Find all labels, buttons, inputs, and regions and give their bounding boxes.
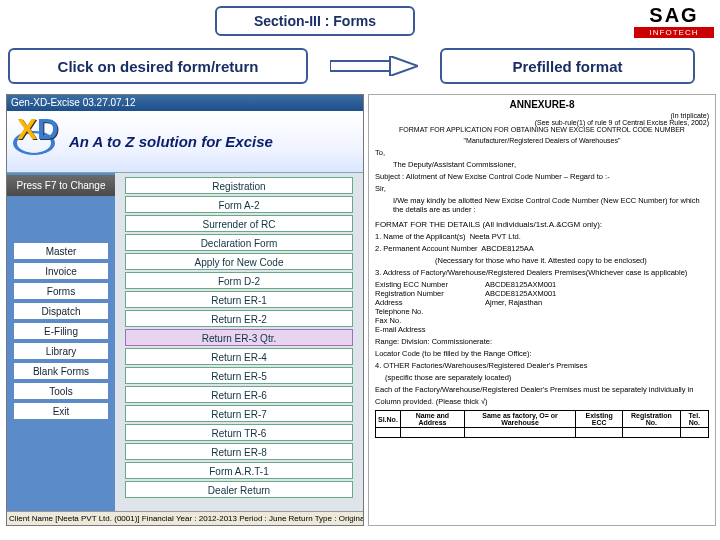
sidebar-item-master[interactable]: Master [13, 242, 109, 260]
form-item[interactable]: Form A-2 [125, 196, 353, 213]
doc-body1: I/We may kindly be allotted New Excise C… [375, 196, 709, 214]
doc-title: ANNEXURE-8 [375, 99, 709, 110]
doc-kv-row: Existing ECC NumberABCDE8125AXM001 [375, 280, 709, 289]
left-sidebar: Press F7 to Change MasterInvoiceFormsDis… [7, 173, 115, 511]
doc-val2: ABCDE8125AA [481, 244, 534, 253]
table-header: Tel. No. [680, 411, 708, 428]
sidebar-item-e-filing[interactable]: E-Filing [13, 322, 109, 340]
table-header: Name and Address [400, 411, 464, 428]
form-item[interactable]: Return ER-6 [125, 386, 353, 403]
form-item[interactable]: Return ER-3 Qtr. [125, 329, 353, 346]
section-title: Section-III : Forms [215, 6, 415, 36]
form-item[interactable]: Return TR-6 [125, 424, 353, 441]
table-header: Same as factory, O= or Warehouse [464, 411, 575, 428]
doc-line1: 1. Name of the Applicant(s) [375, 232, 465, 241]
doc-val1: Neeta PVT Ltd. [470, 232, 521, 241]
form-item[interactable]: Surrender of RC [125, 215, 353, 232]
app-banner: XD An A to Z solution for Excise [7, 111, 363, 173]
table-header: Registration No. [623, 411, 681, 428]
form-item[interactable]: Return ER-7 [125, 405, 353, 422]
status-bar: Client Name [Neeta PVT Ltd. (0001)] Fina… [7, 511, 363, 525]
brand-main: SAG [634, 4, 714, 27]
svg-rect-0 [330, 61, 390, 71]
doc-kv-row: Registration NumberABCDE8125AXM001 [375, 289, 709, 298]
document-preview: ANNEXURE-8 (In triplicate) (See sub-rule… [368, 94, 716, 526]
doc-line5: Each of the Factory/Warehouse/Registered… [375, 385, 709, 394]
form-item[interactable]: Return ER-8 [125, 443, 353, 460]
doc-sir: Sir, [375, 184, 709, 193]
doc-line2: 2. Permanent Account Number [375, 244, 478, 253]
doc-line5b: Column provided. (Please thick √) [375, 397, 709, 406]
doc-kv-row: E-mail Address [375, 325, 709, 334]
callout-left: Click on desired form/return [8, 48, 308, 84]
doc-sub1: (In triplicate) [375, 112, 709, 119]
callout-right: Prefilled format [440, 48, 695, 84]
table-header: Existing ECC [576, 411, 623, 428]
press-f7-label: Press F7 to Change [7, 175, 115, 196]
window-title: Gen-XD-Excise 03.27.07.12 [7, 95, 363, 111]
doc-line4b: (specific those are separately located) [375, 373, 709, 382]
sidebar-item-exit[interactable]: Exit [13, 402, 109, 420]
doc-details-head: FORMAT FOR THE DETAILS (All individuals/… [375, 220, 709, 229]
form-item[interactable]: Registration [125, 177, 353, 194]
doc-line4: 4. OTHER Factories/Warehouses/Registered… [375, 361, 709, 370]
doc-table: Sl.No.Name and AddressSame as factory, O… [375, 410, 709, 438]
doc-kv-row: AddressAjmer, Rajasthan [375, 298, 709, 307]
banner-tagline: An A to Z solution for Excise [69, 133, 273, 150]
doc-subject: Subject : Allotment of New Excise Contro… [375, 172, 709, 181]
sidebar-item-tools[interactable]: Tools [13, 382, 109, 400]
doc-sub2: (See sub-rule(1) of rule 9 of Central Ex… [375, 119, 709, 126]
form-item[interactable]: Declaration Form [125, 234, 353, 251]
doc-note: (Necessary for those who have it. Attest… [375, 256, 709, 265]
form-item[interactable]: Apply for New Code [125, 253, 353, 270]
arrow-icon [330, 56, 418, 76]
sidebar-item-library[interactable]: Library [13, 342, 109, 360]
sidebar-item-blank-forms[interactable]: Blank Forms [13, 362, 109, 380]
doc-to: To, [375, 148, 709, 157]
form-item[interactable]: Return ER-5 [125, 367, 353, 384]
sidebar-item-dispatch[interactable]: Dispatch [13, 302, 109, 320]
table-header: Sl.No. [376, 411, 401, 428]
brand-sub: INFOTECH [634, 27, 714, 38]
form-item[interactable]: Return ER-4 [125, 348, 353, 365]
form-item[interactable]: Return ER-1 [125, 291, 353, 308]
form-item[interactable]: Return ER-2 [125, 310, 353, 327]
sidebar-item-invoice[interactable]: Invoice [13, 262, 109, 280]
doc-range: Range: Division: Commissionerate: [375, 337, 709, 346]
sidebar-item-forms[interactable]: Forms [13, 282, 109, 300]
brand-logo: SAG INFOTECH [634, 4, 714, 38]
forms-list: RegistrationForm A-2Surrender of RCDecla… [115, 173, 363, 511]
form-item[interactable]: Form D-2 [125, 272, 353, 289]
svg-marker-1 [390, 56, 418, 76]
form-item[interactable]: Form A.R.T-1 [125, 462, 353, 479]
doc-sub4: "Manufacturer/Registered Dealers of Ware… [375, 137, 709, 144]
doc-line3: 3. Address of Factory/Warehouse/Register… [375, 268, 709, 277]
doc-kv-row: Fax No. [375, 316, 709, 325]
doc-to2: The Deputy/Assistant Commissioner, [375, 160, 709, 169]
doc-kv-row: Telephone No. [375, 307, 709, 316]
app-window: Gen-XD-Excise 03.27.07.12 XD An A to Z s… [6, 94, 364, 526]
form-item[interactable]: Dealer Return [125, 481, 353, 498]
doc-sub3: FORMAT FOR APPLICATION FOR OBTAINING NEW… [375, 126, 709, 133]
xd-logo-icon: XD [11, 116, 63, 168]
doc-loc: Locator Code (to be filled by the Range … [375, 349, 709, 358]
